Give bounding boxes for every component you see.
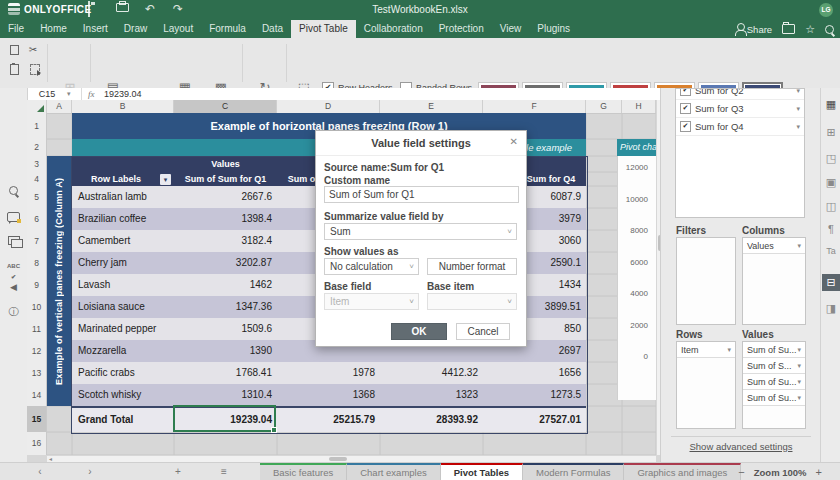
menu-data[interactable]: Data — [254, 20, 291, 38]
sheet-tab-pivot-tables[interactable]: Pivot Tables — [441, 463, 523, 480]
row-header-5[interactable]: 5 — [27, 186, 46, 208]
copy-button[interactable] — [6, 43, 20, 56]
dialog-close-icon[interactable]: ✕ — [510, 136, 518, 147]
filters-box[interactable] — [676, 237, 736, 325]
paste-button[interactable] — [6, 62, 20, 75]
row-header-6[interactable]: 6 — [27, 208, 46, 230]
menu-view[interactable]: View — [492, 20, 530, 38]
field-item-q2[interactable]: ✔ Sum for Q2 ▾ — [676, 88, 804, 100]
sheet-tab-chart-examples[interactable]: Chart examples — [347, 463, 441, 480]
feedback-button[interactable]: ◀ — [0, 282, 27, 292]
column-header-d[interactable]: D — [277, 100, 380, 113]
row-labels-header-cell[interactable]: Row Labels — [72, 172, 160, 186]
row-header-16[interactable]: 16 — [27, 432, 46, 455]
scrollbar-handle[interactable] — [329, 457, 347, 461]
base-field-select[interactable]: Item — [324, 293, 419, 310]
column-header-c[interactable]: C — [174, 100, 277, 113]
zoom-out-button[interactable]: − — [738, 464, 744, 480]
column-header-e[interactable]: E — [380, 100, 483, 113]
comments-panel-button[interactable] — [0, 212, 27, 224]
values-box[interactable]: Sum of Su...▾ Sum of S...▾ Sum of Su...▾… — [742, 341, 806, 429]
column-header-b[interactable]: B — [72, 100, 174, 113]
show-values-as-select[interactable]: No calculation — [324, 258, 419, 275]
q1-header-cell[interactable]: Sum of Sum for Q1 — [174, 172, 277, 186]
select-tool-button[interactable] — [26, 62, 40, 75]
sheet-tab-modern-formulas[interactable]: Modern Formulas — [523, 463, 624, 480]
field-item-q3[interactable]: ✔ Sum for Q3 ▾ — [676, 100, 804, 118]
row-header-9[interactable]: 9 — [27, 274, 46, 296]
menu-plugins[interactable]: Plugins — [529, 20, 578, 38]
summarize-select[interactable]: Sum — [324, 223, 517, 240]
show-advanced-settings-link[interactable]: Show advanced settings — [661, 441, 821, 452]
zoom-in-button[interactable]: + — [816, 464, 822, 480]
vertical-freeze-banner-cell[interactable]: Example of vertical panes freezing (Colu… — [47, 156, 72, 406]
paragraph-settings-button[interactable]: ¶ — [821, 223, 840, 235]
column-header-a[interactable]: A — [47, 100, 72, 113]
row-header-4[interactable]: 4 — [27, 172, 46, 186]
column-header-h[interactable]: H — [622, 100, 656, 113]
values-item[interactable]: Sum of S...▾ — [743, 358, 805, 374]
sheet-tab-graphics-images[interactable]: Graphics and images — [624, 463, 741, 480]
rows-item[interactable]: Item▾ — [677, 342, 735, 358]
undo-button[interactable]: ↶ — [145, 3, 155, 16]
chart-settings-button[interactable]: ◫ — [821, 200, 840, 213]
grand-total-row[interactable]: Grand Total19239.0425215.7928393.9227527… — [72, 406, 586, 432]
menu-draw[interactable]: Draw — [116, 20, 155, 38]
values-item[interactable]: Sum of Su...▾ — [743, 374, 805, 390]
menu-pivot-table[interactable]: Pivot Table — [291, 20, 356, 38]
ok-button[interactable]: OK — [391, 323, 447, 340]
textart-settings-button[interactable]: Ta — [821, 246, 840, 256]
base-item-select[interactable] — [427, 293, 517, 310]
slicer-settings-button[interactable]: ◨ — [821, 302, 840, 315]
row-header-1[interactable]: 1 — [27, 113, 46, 139]
pivot-row[interactable]: Scotch whisky1310.4136813231273.5 — [72, 384, 586, 406]
favorites-star-icon[interactable]: ☆ — [805, 23, 815, 36]
row-header-12[interactable]: 12 — [27, 340, 46, 362]
sheet-list-button[interactable]: ≡ — [216, 463, 232, 480]
shape-settings-button[interactable]: ◳ — [821, 152, 840, 165]
rows-box[interactable]: Item▾ — [676, 341, 736, 429]
image-settings-button[interactable]: ▣ — [821, 176, 840, 189]
avatar[interactable]: LG — [819, 3, 833, 17]
formula-input[interactable]: 19239.04 — [104, 89, 142, 99]
row-header-3[interactable]: 3 — [27, 156, 46, 172]
horizontal-scrollbar[interactable]: ◂ — [47, 455, 656, 462]
row-header-8[interactable]: 8 — [27, 252, 46, 274]
row-header-10[interactable]: 10 — [27, 296, 46, 318]
name-box-caret-icon[interactable]: ▾ — [67, 90, 81, 98]
row-header-15[interactable]: 15 — [27, 406, 46, 432]
about-button[interactable]: ⓘ — [0, 305, 27, 319]
values-item[interactable]: Sum of Su...▾ — [743, 342, 805, 358]
column-header-g[interactable]: G — [586, 100, 622, 113]
sheet-tab-basic-features[interactable]: Basic features — [260, 463, 347, 480]
cell-settings-button[interactable]: ▦ — [821, 98, 840, 111]
print-button[interactable] — [116, 0, 129, 15]
pivot-chart-object[interactable]: Pivot chart example 12000 10000 8000 600… — [617, 139, 656, 400]
redo-button[interactable]: ↷ — [173, 3, 183, 16]
row-labels-filter-button[interactable]: ▾ — [160, 174, 171, 185]
row-header-11[interactable]: 11 — [27, 318, 46, 340]
spellcheck-button[interactable]: ABC✔ — [0, 259, 27, 281]
open-file-location-icon[interactable] — [782, 24, 795, 34]
add-sheet-button[interactable]: + — [170, 463, 186, 480]
menu-home[interactable]: Home — [32, 20, 75, 38]
table-settings-button[interactable]: ⊞ — [821, 126, 840, 139]
menu-layout[interactable]: Layout — [155, 20, 201, 38]
cut-button[interactable]: ✂ — [26, 43, 40, 56]
select-all-corner[interactable] — [27, 100, 47, 113]
values-item[interactable]: Sum of Su...▾ — [743, 390, 805, 406]
row-header-14[interactable]: 14 — [27, 384, 46, 406]
search-icon[interactable] — [825, 25, 834, 34]
columns-box[interactable]: Values▾ — [742, 237, 806, 325]
pivot-table-settings-button[interactable]: ⊟ — [822, 274, 840, 291]
menu-collaboration[interactable]: Collaboration — [356, 20, 431, 38]
share-button[interactable]: Share — [737, 24, 772, 35]
column-header-f[interactable]: F — [483, 100, 586, 113]
menu-formula[interactable]: Formula — [201, 20, 254, 38]
fx-icon[interactable]: fx — [88, 89, 104, 99]
next-sheet-button[interactable]: › — [82, 463, 98, 480]
row-header-2[interactable]: 2 — [27, 139, 46, 156]
cancel-button[interactable]: Cancel — [456, 323, 510, 340]
prev-sheet-button[interactable]: ‹ — [32, 463, 48, 480]
columns-item[interactable]: Values▾ — [743, 238, 805, 254]
